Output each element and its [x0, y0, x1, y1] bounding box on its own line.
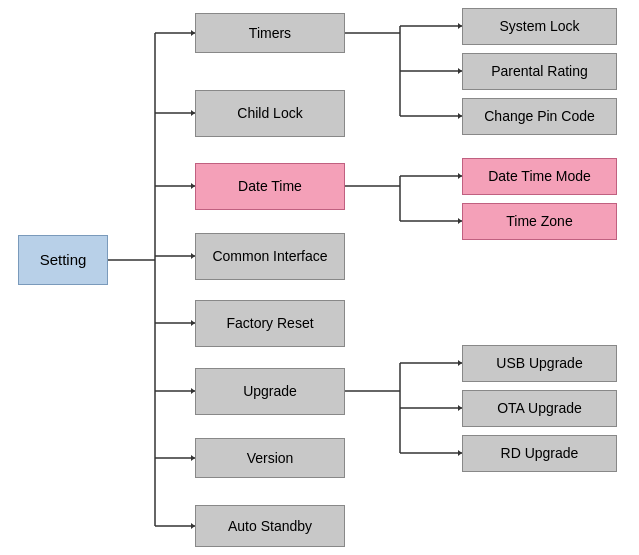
systemlock-node: System Lock — [462, 8, 617, 45]
rdupgrade-node: RD Upgrade — [462, 435, 617, 472]
version-node: Version — [195, 438, 345, 478]
factoryreset-node: Factory Reset — [195, 300, 345, 347]
childlock-node: Child Lock — [195, 90, 345, 137]
usbupgrade-node: USB Upgrade — [462, 345, 617, 382]
diagram: Setting Timers Child Lock Date Time Comm… — [0, 0, 639, 555]
autostandby-node: Auto Standby — [195, 505, 345, 547]
changepincode-node: Change Pin Code — [462, 98, 617, 135]
datetime-node: Date Time — [195, 163, 345, 210]
parentalrating-node: Parental Rating — [462, 53, 617, 90]
datetimemode-node: Date Time Mode — [462, 158, 617, 195]
otaupgrade-node: OTA Upgrade — [462, 390, 617, 427]
commoninterface-node: Common Interface — [195, 233, 345, 280]
setting-node: Setting — [18, 235, 108, 285]
timezone-node: Time Zone — [462, 203, 617, 240]
upgrade-node: Upgrade — [195, 368, 345, 415]
timers-node: Timers — [195, 13, 345, 53]
